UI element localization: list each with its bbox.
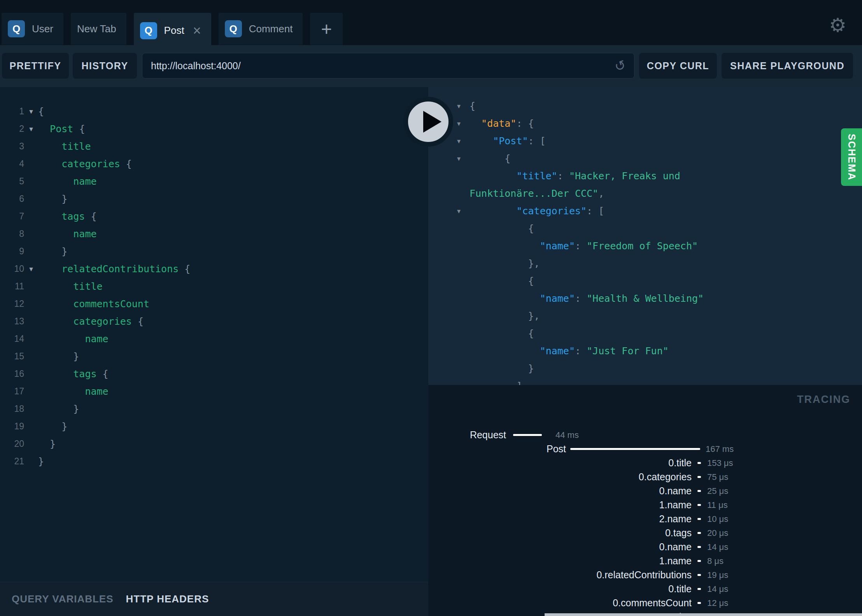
line-number: 16	[0, 369, 24, 379]
query-line: 9 }	[0, 243, 428, 260]
query-code: tags {	[38, 211, 97, 222]
editor-footer-bar: QUERY VARIABLES HTTP HEADERS	[0, 582, 428, 616]
query-line: 5 name	[0, 173, 428, 190]
tracing-row: Post167 ms	[428, 442, 862, 456]
response-line: "name": "Freedom of Speech"	[428, 237, 862, 255]
query-variables-tab[interactable]: QUERY VARIABLES	[12, 593, 114, 605]
fold-arrow-icon[interactable]: ▾	[457, 207, 470, 215]
query-line: 11 title	[0, 278, 428, 295]
response-line: ▾ {	[428, 150, 862, 167]
query-code: name	[38, 176, 97, 187]
response-code: "name": "Just For Fun"	[470, 345, 669, 357]
tracing-time: 20 μs	[707, 528, 728, 538]
query-line: 14 name	[0, 330, 428, 348]
tab-comment[interactable]: QComment	[219, 13, 303, 45]
response-code: }	[470, 363, 534, 374]
fold-arrow-icon[interactable]: ▾	[457, 102, 470, 110]
endpoint-url-input[interactable]: http://localhost:4000/ ↺	[142, 53, 634, 79]
response-code: },	[470, 258, 540, 269]
query-badge-icon: Q	[140, 22, 157, 39]
tracing-time: 44 ms	[555, 430, 579, 440]
query-code: }	[38, 193, 67, 205]
response-code: "data": {	[470, 118, 534, 129]
line-number: 2	[0, 124, 24, 134]
line-number: 19	[0, 421, 24, 432]
http-headers-tab[interactable]: HTTP HEADERS	[126, 593, 209, 605]
tracing-duration-dot	[697, 574, 701, 576]
response-code: {	[470, 153, 510, 164]
query-code: name	[38, 333, 109, 345]
tab-post[interactable]: QPost×	[134, 13, 211, 48]
tab-label: New Tab	[77, 23, 116, 35]
tracing-label: 0.relatedContributions	[596, 569, 692, 581]
response-line: },	[428, 307, 862, 325]
fold-arrow-icon[interactable]: ▾	[24, 107, 38, 116]
response-line: ▾{	[428, 97, 862, 115]
response-line: "title": "Hacker, Freaks und	[428, 167, 862, 185]
tracing-label: 0.title	[668, 457, 692, 469]
response-code: "title": "Hacker, Freaks und	[470, 170, 680, 182]
query-code: categories {	[38, 316, 144, 327]
line-number: 20	[0, 439, 24, 449]
fold-arrow-icon[interactable]: ▾	[457, 119, 470, 128]
fold-arrow-icon[interactable]: ▾	[457, 137, 470, 145]
reload-schema-icon[interactable]: ↺	[613, 58, 627, 74]
tracing-duration-dot	[697, 504, 701, 506]
response-line: ▾ "data": {	[428, 115, 862, 132]
query-line: 4 categories {	[0, 155, 428, 173]
response-line: },	[428, 255, 862, 272]
response-code: "name": "Freedom of Speech"	[470, 240, 698, 252]
tracing-row: 0.commentsCount12 μs	[428, 596, 862, 610]
tracing-row: 0.tags20 μs	[428, 526, 862, 540]
fold-arrow-icon[interactable]: ▾	[24, 264, 38, 273]
close-tab-icon[interactable]: ×	[193, 24, 201, 38]
tracing-row: 0.name14 μs	[428, 540, 862, 554]
tab-new-tab[interactable]: New Tab	[71, 13, 126, 45]
response-line: ]	[428, 377, 862, 385]
response-code: "name": "Health & Wellbeing"	[470, 293, 704, 304]
prettify-button[interactable]: PRETTIFY	[2, 53, 69, 79]
new-tab-button[interactable]: +	[310, 13, 343, 45]
fold-arrow-icon[interactable]: ▾	[24, 124, 38, 133]
tab-user[interactable]: QUser	[2, 13, 63, 45]
query-badge-icon: Q	[225, 20, 242, 37]
tracing-time: 167 ms	[706, 444, 734, 454]
query-line: 16 tags {	[0, 365, 428, 383]
query-code: commentsCount	[38, 298, 149, 310]
share-playground-button[interactable]: SHARE PLAYGROUND	[722, 53, 853, 79]
response-line: {	[428, 220, 862, 237]
query-code: categories {	[38, 158, 132, 170]
query-editor-pane[interactable]: 1▾{2▾ Post {3 title4 categories {5 name6…	[0, 87, 428, 616]
response-code: "categories": [	[470, 205, 604, 217]
line-number: 5	[0, 176, 24, 187]
tracing-duration-dot	[697, 588, 701, 590]
response-line: ▾ "Post": [	[428, 132, 862, 150]
history-button[interactable]: HISTORY	[73, 53, 137, 79]
line-number: 4	[0, 159, 24, 169]
line-number: 1	[0, 106, 24, 117]
line-number: 3	[0, 141, 24, 152]
settings-gear-icon[interactable]: ⚙	[829, 16, 846, 35]
tracing-row: 1.name8 μs	[428, 554, 862, 568]
tracing-panel: TRACING Request44 msPost167 ms0.title153…	[428, 385, 862, 616]
query-code: title	[38, 141, 91, 152]
execute-query-button[interactable]	[403, 96, 454, 147]
query-line: 21}	[0, 453, 428, 470]
tracing-row: 2.name10 μs	[428, 512, 862, 526]
schema-sidebar-tab[interactable]: SCHEMA	[841, 128, 862, 186]
fold-arrow-icon[interactable]: ▾	[457, 154, 470, 163]
response-code: {	[470, 275, 534, 287]
response-code: {	[470, 100, 475, 112]
horizontal-scrollbar[interactable]	[545, 613, 862, 616]
line-number: 12	[0, 299, 24, 309]
tracing-label: 0.categories	[639, 471, 692, 483]
tracing-label: Request	[470, 429, 506, 441]
tracing-time: 25 μs	[707, 486, 728, 496]
tracing-duration-dot	[697, 518, 701, 520]
query-line: 12 commentsCount	[0, 295, 428, 313]
query-code: tags {	[38, 368, 109, 380]
tracing-time: 19 μs	[707, 570, 728, 580]
query-line: 7 tags {	[0, 208, 428, 225]
tracing-time: 10 μs	[707, 514, 728, 524]
copy-curl-button[interactable]: COPY CURL	[639, 53, 717, 79]
